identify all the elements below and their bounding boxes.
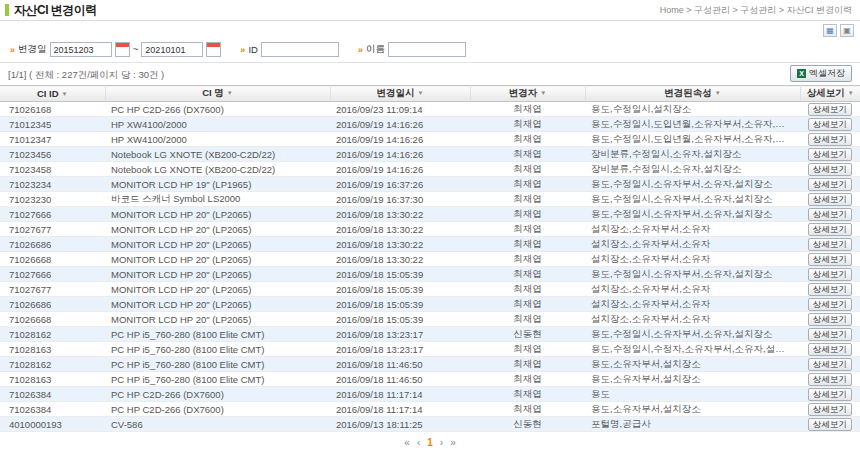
detail-view-button[interactable]: 상세보기 bbox=[808, 343, 852, 356]
calendar-from-icon[interactable] bbox=[115, 42, 130, 57]
ci-id-filter-input[interactable] bbox=[261, 42, 339, 57]
change-datetime-cell: 2016/09/18 15:05:39 bbox=[330, 282, 470, 297]
change-date-from-input[interactable] bbox=[50, 42, 112, 57]
pagination-prev-button[interactable]: ‹ bbox=[417, 437, 420, 449]
changer-cell: 최재엽 bbox=[470, 312, 585, 327]
grid-view-icon[interactable]: ▦ bbox=[823, 24, 837, 37]
changed-attrs-cell: 설치장소,소유자부서,소유자 bbox=[585, 222, 800, 237]
detail-view-button[interactable]: 상세보기 bbox=[808, 238, 852, 251]
ci-id-cell: 71026384 bbox=[0, 402, 105, 417]
excel-save-button[interactable]: X 엑셀저장 bbox=[790, 65, 852, 82]
table-row[interactable]: 71027666 MONITOR LCD HP 20" (LP2065) 201… bbox=[0, 267, 860, 282]
detail-view-button[interactable]: 상세보기 bbox=[808, 328, 852, 341]
ci-name-filter-input[interactable] bbox=[388, 42, 466, 57]
ci-name-cell: MONITOR LCD HP 20" (LP2065) bbox=[105, 252, 330, 267]
excel-icon: X bbox=[797, 69, 806, 78]
table-row[interactable]: 71028163 PC HP i5_760-280 (8100 Elite CM… bbox=[0, 372, 860, 387]
table-row[interactable]: 71026668 MONITOR LCD HP 20" (LP2065) 201… bbox=[0, 252, 860, 267]
column-header-ci-id[interactable]: CI ID▼ bbox=[0, 86, 105, 102]
field-marker-icon: » bbox=[10, 45, 15, 55]
pagination-next-button[interactable]: › bbox=[440, 437, 443, 449]
detail-view-button[interactable]: 상세보기 bbox=[808, 298, 852, 311]
table-row[interactable]: 71026668 MONITOR LCD HP 20" (LP2065) 201… bbox=[0, 312, 860, 327]
field-marker-icon: » bbox=[240, 45, 245, 55]
change-datetime-cell: 2016/09/19 16:37:26 bbox=[330, 177, 470, 192]
change-date-to-input[interactable] bbox=[141, 42, 203, 57]
detail-view-button[interactable]: 상세보기 bbox=[808, 373, 852, 386]
changer-cell: 최재엽 bbox=[470, 237, 585, 252]
table-row[interactable]: 4010000193 CV-586 2016/09/13 18:11:25 신동… bbox=[0, 417, 860, 432]
column-header-changed-attrs[interactable]: 변경된속성▼ bbox=[585, 86, 800, 102]
breadcrumb[interactable]: Home > 구성관리 > 구성관리 > 자산CI 변경이력 bbox=[660, 4, 852, 17]
detail-view-button[interactable]: 상세보기 bbox=[808, 103, 852, 116]
changer-cell: 최재엽 bbox=[470, 297, 585, 312]
expand-window-icon[interactable]: ▣ bbox=[840, 24, 854, 37]
table-row[interactable]: 71026168 PC HP C2D-266 (DX7600) 2016/09/… bbox=[0, 102, 860, 117]
change-datetime-cell: 2016/09/19 14:16:26 bbox=[330, 117, 470, 132]
detail-view-button[interactable]: 상세보기 bbox=[808, 403, 852, 416]
detail-view-button[interactable]: 상세보기 bbox=[808, 163, 852, 176]
table-row[interactable]: 71023230 바코드 스캐너 Symbol LS2000 2016/09/1… bbox=[0, 192, 860, 207]
detail-view-button[interactable]: 상세보기 bbox=[808, 388, 852, 401]
column-header-change-datetime[interactable]: 변경일시▼ bbox=[330, 86, 470, 102]
column-header-detail[interactable]: 상세보기▼ bbox=[800, 86, 860, 102]
ci-name-cell: PC HP C2D-266 (DX7600) bbox=[105, 402, 330, 417]
table-row[interactable]: 71026384 PC HP C2D-266 (DX7600) 2016/09/… bbox=[0, 387, 860, 402]
page-title: 자산CI 변경이력 bbox=[14, 2, 97, 19]
ci-id-cell: 71023234 bbox=[0, 177, 105, 192]
table-row[interactable]: 71023234 MONITOR LCD HP 19" (LP1965) 201… bbox=[0, 177, 860, 192]
pagination-page-1[interactable]: 1 bbox=[427, 437, 433, 449]
detail-view-button[interactable]: 상세보기 bbox=[808, 223, 852, 236]
date-range-separator: ~ bbox=[133, 44, 139, 55]
detail-cell: 상세보기 bbox=[800, 267, 860, 282]
table-row[interactable]: 71027666 MONITOR LCD HP 20" (LP2065) 201… bbox=[0, 207, 860, 222]
change-datetime-cell: 2016/09/13 18:11:25 bbox=[330, 417, 470, 432]
change-datetime-cell: 2016/09/18 15:05:39 bbox=[330, 312, 470, 327]
pagination-last-button[interactable]: » bbox=[450, 437, 456, 449]
detail-view-button[interactable]: 상세보기 bbox=[808, 178, 852, 191]
ci-id-cell: 71012345 bbox=[0, 117, 105, 132]
changed-attrs-cell: 포털명,공급사 bbox=[585, 417, 800, 432]
table-row[interactable]: 71028162 PC HP i5_760-280 (8100 Elite CM… bbox=[0, 357, 860, 372]
column-label: 상세보기 bbox=[807, 87, 845, 98]
ci-name-cell: PC HP C2D-266 (DX7600) bbox=[105, 387, 330, 402]
detail-view-button[interactable]: 상세보기 bbox=[808, 283, 852, 296]
table-row[interactable]: 71028163 PC HP i5_760-280 (8100 Elite CM… bbox=[0, 342, 860, 357]
ci-id-cell: 71026668 bbox=[0, 252, 105, 267]
detail-cell: 상세보기 bbox=[800, 222, 860, 237]
ci-name-cell: HP XW4100/2000 bbox=[105, 117, 330, 132]
sort-desc-icon: ▼ bbox=[418, 90, 424, 96]
table-row[interactable]: 71023456 Notebook LG XNOTE (XB200-C2D/22… bbox=[0, 147, 860, 162]
table-row[interactable]: 71027677 MONITOR LCD HP 20" (LP2065) 201… bbox=[0, 282, 860, 297]
detail-view-button[interactable]: 상세보기 bbox=[808, 208, 852, 221]
ci-id-cell: 71027666 bbox=[0, 207, 105, 222]
detail-view-button[interactable]: 상세보기 bbox=[808, 133, 852, 146]
calendar-to-icon[interactable] bbox=[206, 42, 221, 57]
detail-view-button[interactable]: 상세보기 bbox=[808, 148, 852, 161]
detail-view-button[interactable]: 상세보기 bbox=[808, 268, 852, 281]
ci-id-cell: 71028163 bbox=[0, 342, 105, 357]
table-row[interactable]: 71026384 PC HP C2D-266 (DX7600) 2016/09/… bbox=[0, 402, 860, 417]
table-row[interactable]: 71023458 Notebook LG XNOTE (XB200-C2D/22… bbox=[0, 162, 860, 177]
changer-cell: 최재엽 bbox=[470, 177, 585, 192]
ci-name-cell: PC HP i5_760-280 (8100 Elite CMT) bbox=[105, 327, 330, 342]
detail-view-button[interactable]: 상세보기 bbox=[808, 193, 852, 206]
table-row[interactable]: 71012345 HP XW4100/2000 2016/09/19 14:16… bbox=[0, 117, 860, 132]
detail-view-button[interactable]: 상세보기 bbox=[808, 418, 852, 431]
pagination-first-button[interactable]: « bbox=[404, 437, 410, 449]
detail-view-button[interactable]: 상세보기 bbox=[808, 313, 852, 326]
table-row[interactable]: 71026686 MONITOR LCD HP 20" (LP2065) 201… bbox=[0, 297, 860, 312]
change-datetime-cell: 2016/09/18 13:30:22 bbox=[330, 207, 470, 222]
detail-view-button[interactable]: 상세보기 bbox=[808, 253, 852, 266]
detail-view-button[interactable]: 상세보기 bbox=[808, 358, 852, 371]
detail-cell: 상세보기 bbox=[800, 342, 860, 357]
column-header-changer[interactable]: 변경자▼ bbox=[470, 86, 585, 102]
ci-id-filter-label: ID bbox=[248, 44, 258, 55]
detail-cell: 상세보기 bbox=[800, 387, 860, 402]
table-row[interactable]: 71027677 MONITOR LCD HP 20" (LP2065) 201… bbox=[0, 222, 860, 237]
table-row[interactable]: 71012347 HP XW4100/2000 2016/09/19 14:16… bbox=[0, 132, 860, 147]
table-row[interactable]: 71026686 MONITOR LCD HP 20" (LP2065) 201… bbox=[0, 237, 860, 252]
detail-view-button[interactable]: 상세보기 bbox=[808, 118, 852, 131]
table-row[interactable]: 71028162 PC HP i5_760-280 (8100 Elite CM… bbox=[0, 327, 860, 342]
column-header-ci-name[interactable]: CI 명▼ bbox=[105, 86, 330, 102]
